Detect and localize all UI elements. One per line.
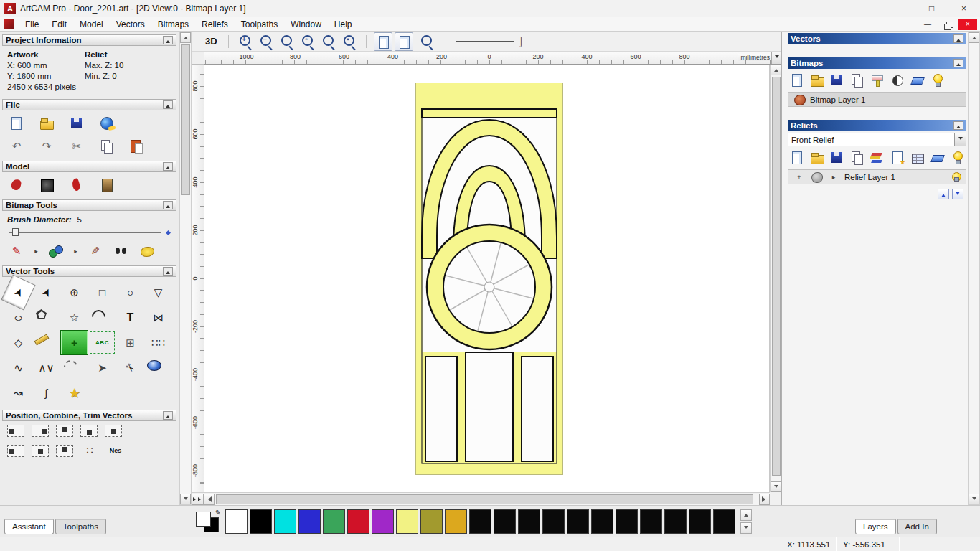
model-section-header[interactable]: Model [2, 161, 176, 172]
collapse-section-icon[interactable] [163, 36, 173, 44]
colour-swatch-11[interactable] [494, 509, 516, 534]
scroll-right-button[interactable] [759, 494, 770, 505]
spread-vectors-icon[interactable] [7, 445, 24, 457]
add-sublayer-icon[interactable]: + [791, 169, 807, 184]
move-to-top-icon[interactable] [56, 445, 73, 457]
flyout-arrow-icon[interactable]: ▸ [72, 242, 79, 260]
menu-item-vectors[interactable]: Vectors [110, 18, 151, 31]
zoom-previous-icon[interactable] [278, 32, 296, 51]
colour-swatch-2[interactable] [274, 509, 296, 534]
tab-assistant[interactable]: Assistant [4, 519, 54, 534]
wrap-text-icon[interactable]: ʃ [32, 380, 60, 405]
new-relief-layer-icon[interactable] [788, 149, 806, 167]
layers-panel-scrollbar[interactable] [968, 32, 980, 505]
zoom-out-icon[interactable]: − [257, 32, 275, 51]
sculpting-icon[interactable] [67, 176, 86, 194]
expand-arrow-icon[interactable]: ▸ [826, 169, 842, 184]
menu-item-toolpaths[interactable]: Toolpaths [235, 18, 284, 31]
menu-item-edit[interactable]: Edit [45, 18, 73, 31]
relief-stack-icon[interactable] [868, 149, 887, 167]
create-star-icon[interactable]: ☆ [60, 305, 88, 330]
contrast-icon[interactable] [888, 71, 907, 90]
paint-brush-icon[interactable]: ✎ [7, 242, 26, 260]
colour-swatch-20[interactable] [713, 509, 735, 534]
copy-icon[interactable] [98, 137, 116, 156]
position-combine-trim-header[interactable]: Position, Combine, Trim Vectors [2, 410, 176, 421]
relief-layer-thumb-icon[interactable] [809, 169, 824, 184]
colour-swatch-9[interactable] [445, 509, 467, 534]
calculate-relief-icon[interactable] [908, 149, 927, 167]
delete-bitmap-layer-icon[interactable] [908, 71, 927, 90]
zoom-window-icon[interactable]: ▫ [298, 32, 317, 51]
relief-combo[interactable]: Front Relief [788, 133, 966, 146]
collapse-section-icon[interactable] [163, 162, 173, 171]
bitmap-colour-icon[interactable] [138, 242, 156, 260]
new-model-icon[interactable] [7, 114, 26, 133]
create-arc-icon[interactable] [88, 305, 116, 330]
nesting-icon[interactable]: Nes [106, 441, 125, 460]
colour-swatch-5[interactable] [347, 509, 369, 534]
reliefs-section-header[interactable]: Reliefs [788, 120, 966, 131]
menu-item-window[interactable]: Window [284, 18, 328, 31]
create-polygon-icon[interactable] [32, 305, 60, 330]
bitmap-tools-header[interactable]: Bitmap Tools [2, 199, 176, 211]
vector-tools-header[interactable]: Vector Tools [2, 265, 176, 277]
scroll-up-button[interactable] [969, 32, 979, 43]
zoom-objects-icon[interactable]: ▪ [340, 32, 359, 51]
colour-swatch-10[interactable] [469, 509, 491, 534]
toolbar-line-widget[interactable] [456, 41, 514, 42]
invert-relief-icon[interactable] [37, 176, 56, 194]
import-export-icon[interactable] [98, 114, 116, 133]
mirror-vectors-icon[interactable]: ⋈ [144, 305, 172, 330]
scroll-track[interactable] [180, 43, 191, 494]
fit-curve-icon[interactable]: ∿ [4, 355, 32, 380]
maximize-button[interactable]: □ [915, 0, 948, 17]
centre-in-page-icon[interactable] [32, 445, 49, 457]
collapse-section-icon[interactable] [953, 59, 963, 67]
open-model-icon[interactable] [37, 114, 56, 133]
cut-icon[interactable]: ✂ [67, 137, 86, 156]
colour-picker-icon[interactable]: ✎ [86, 242, 105, 260]
copy-relief-layer-icon[interactable] [848, 149, 867, 167]
scroll-thumb[interactable] [216, 494, 753, 504]
collapse-section-icon[interactable] [163, 201, 173, 209]
tab-layers[interactable]: Layers [855, 519, 896, 534]
colour-swatch-18[interactable] [664, 509, 687, 534]
scroll-track[interactable] [771, 75, 781, 481]
view-3d-button[interactable]: 3D [202, 34, 221, 48]
redo-icon[interactable]: ↷ [37, 137, 56, 156]
colour-swatch-0[interactable] [225, 509, 248, 534]
brush-diameter-slider[interactable] [9, 227, 170, 237]
scatter-copies-icon[interactable]: ∷ [80, 441, 99, 460]
colour-swatch-12[interactable] [518, 509, 540, 534]
flyout-arrow-icon[interactable]: ▸ [33, 242, 39, 260]
relief-layer-visibility-icon[interactable] [947, 169, 963, 184]
delete-relief-layer-icon[interactable] [928, 149, 947, 167]
undo-icon[interactable]: ↶ [7, 137, 26, 156]
vectorise-bitmap-icon[interactable]: ABC [88, 330, 116, 355]
colour-swatch-19[interactable] [689, 509, 711, 534]
relief-layer-row[interactable]: +▸ Relief Layer 1 [788, 169, 966, 184]
colour-swatch-15[interactable] [591, 509, 613, 534]
bitmaps-section-header[interactable]: Bitmaps [788, 57, 966, 69]
create-shape-icon[interactable]: ▽ [144, 280, 172, 305]
align-left-icon[interactable] [7, 425, 24, 437]
scroll-down-button[interactable] [180, 494, 191, 504]
minimize-button[interactable]: — [883, 0, 915, 17]
scroll-left-button[interactable] [204, 494, 215, 505]
bitmap-layer-thumb-icon[interactable] [791, 92, 807, 107]
measure-icon[interactable] [32, 330, 60, 355]
save-relief-layer-icon[interactable] [828, 149, 847, 167]
scroll-thumb[interactable] [772, 77, 781, 476]
collapse-section-icon[interactable] [163, 411, 173, 420]
zoom-scale-icon[interactable] [418, 32, 436, 51]
colour-swatch-13[interactable] [542, 509, 565, 534]
scroll-track[interactable] [215, 494, 759, 505]
file-section-header[interactable]: File [2, 99, 176, 110]
close-button[interactable]: × [948, 0, 980, 17]
fillet-icon[interactable]: ↝ [4, 380, 32, 405]
colour-swatch-7[interactable] [396, 509, 418, 534]
create-rectangle-icon[interactable]: □ [88, 280, 116, 305]
colour-swatch-4[interactable] [323, 509, 345, 534]
project-information-header[interactable]: Project Information [2, 34, 176, 46]
